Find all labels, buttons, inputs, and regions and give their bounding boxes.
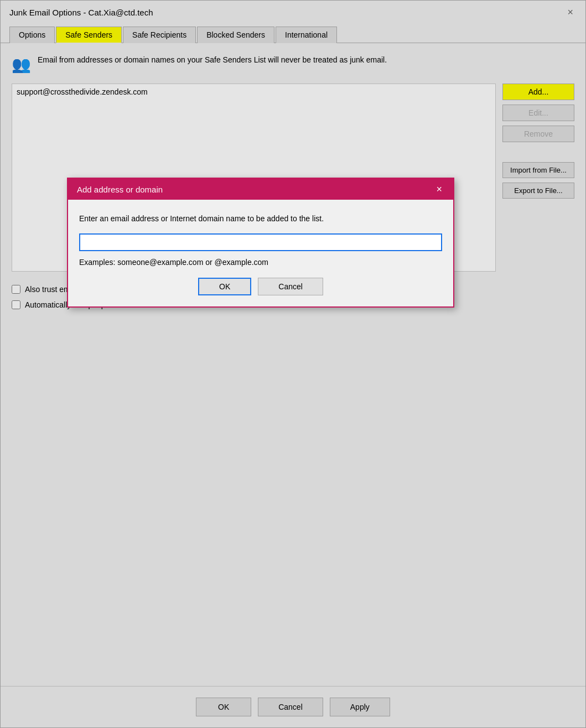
modal-close-button[interactable]: × — [434, 184, 444, 194]
modal-title: Add address or domain — [77, 185, 163, 194]
modal-examples: Examples: someone@example.com or @exampl… — [79, 258, 442, 267]
modal-cancel-button[interactable]: Cancel — [258, 278, 323, 295]
modal-title-bar: Add address or domain × — [68, 179, 453, 200]
modal-buttons: OK Cancel — [79, 278, 442, 295]
modal-description: Enter an email address or Internet domai… — [79, 213, 442, 225]
modal-body: Enter an email address or Internet domai… — [68, 200, 453, 306]
modal-overlay: Add address or domain × Enter an email a… — [1, 1, 585, 727]
modal-input[interactable] — [79, 233, 442, 251]
modal-ok-button[interactable]: OK — [198, 278, 251, 295]
modal-dialog: Add address or domain × Enter an email a… — [67, 178, 454, 308]
main-window: Junk Email Options - Cat.Xia@ctd.tech × … — [0, 0, 586, 728]
